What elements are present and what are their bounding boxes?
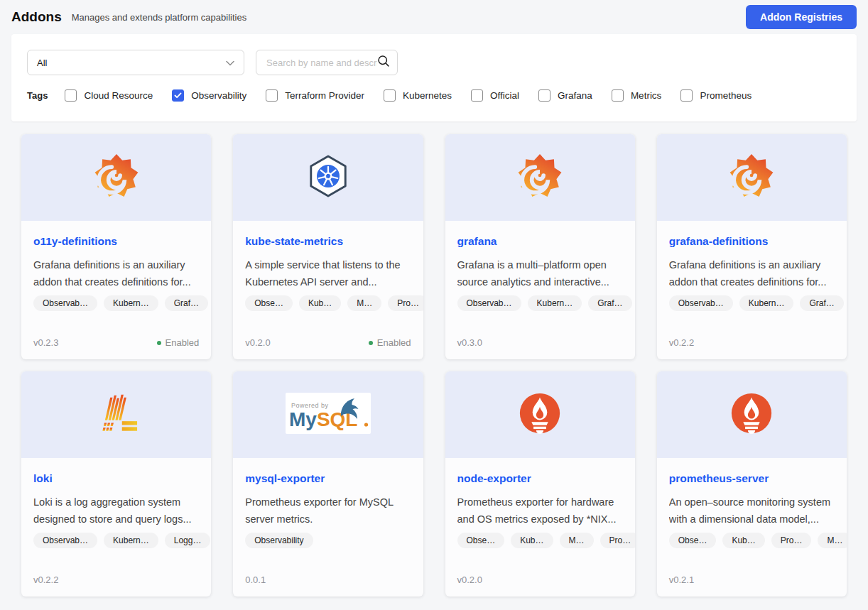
addon-tag-pill: Kubern… <box>104 533 158 548</box>
tags-label: Tags <box>27 90 48 101</box>
prometheus-logo-icon <box>730 392 773 437</box>
addon-card-footer: v0.2.0 <box>457 574 623 585</box>
grafana-logo-icon <box>728 153 775 202</box>
addon-tag-pill: Observab… <box>33 295 97 311</box>
addon-name-link[interactable]: o11y-definitions <box>33 235 199 248</box>
addon-tag-pill: Obse… <box>457 533 505 548</box>
addon-card-hero <box>21 371 211 458</box>
addon-card[interactable]: lokiLoki is a log aggregation system des… <box>21 371 211 597</box>
addon-card-footer: v0.2.0Enabled <box>245 337 411 348</box>
addon-tags: Obse…Kub…Pro…M… <box>669 533 835 548</box>
addon-tag-pill: Pro… <box>600 533 635 548</box>
addon-card-hero <box>21 134 211 221</box>
tag-filter-label: Prometheus <box>700 90 752 101</box>
addon-tag-pill: Graf… <box>800 295 843 311</box>
search-icon[interactable] <box>377 55 390 70</box>
addon-tag-pill: Observab… <box>33 533 97 548</box>
addon-card[interactable]: prometheus-serverAn open–source monitori… <box>657 371 847 597</box>
tag-filter-official[interactable]: Official <box>471 89 519 102</box>
page-title: Addons <box>11 9 62 25</box>
tag-filter-terraform-provider[interactable]: Terraform Provider <box>266 89 364 102</box>
addon-tag-pill: Kubern… <box>739 295 794 311</box>
search-input[interactable] <box>266 58 377 68</box>
category-dropdown[interactable]: All <box>27 50 244 75</box>
checkbox-checked-icon[interactable] <box>172 89 184 102</box>
enabled-dot-icon <box>157 341 161 345</box>
tag-filter-grafana[interactable]: Grafana <box>538 89 592 102</box>
addon-description: An open–source monitoring system with a … <box>669 494 835 528</box>
prometheus-logo-icon <box>519 392 561 437</box>
addon-name-link[interactable]: mysql-exporter <box>245 472 411 485</box>
addon-description: Grafana definitions is an auxiliary addo… <box>669 256 835 290</box>
page-subtitle: Manages and extends platform capabilitie… <box>72 12 246 23</box>
addon-tag-pill: Observab… <box>457 295 521 311</box>
addon-card[interactable]: kube-state-metricsA simple service that … <box>233 134 423 359</box>
addon-grid: o11y-definitionsGrafana definitions is a… <box>21 134 847 597</box>
filter-panel: All Tags Cloud ResourceObservabilityTerr… <box>11 34 857 121</box>
kubernetes-logo-icon <box>306 154 350 201</box>
addon-version: v0.2.2 <box>669 337 694 348</box>
addon-name-link[interactable]: grafana-definitions <box>669 235 835 248</box>
tag-filter-label: Cloud Resource <box>84 90 153 101</box>
checkbox-unchecked-icon[interactable] <box>680 89 693 102</box>
category-dropdown-value: All <box>37 58 47 68</box>
search-box <box>256 50 398 75</box>
tag-filter-label: Terraform Provider <box>285 90 364 101</box>
addon-card[interactable]: grafana-definitionsGrafana definitions i… <box>657 134 847 359</box>
addon-card[interactable]: o11y-definitionsGrafana definitions is a… <box>21 134 211 359</box>
addon-name-link[interactable]: kube-state-metrics <box>245 235 411 248</box>
addon-card[interactable]: node-exporterPrometheus exporter for har… <box>445 371 635 597</box>
addon-card-footer: v0.3.0 <box>457 337 623 348</box>
addon-card-footer: v0.2.2 <box>33 574 199 585</box>
addon-card-hero <box>445 371 635 458</box>
tag-filter-cloud-resource[interactable]: Cloud Resource <box>65 89 153 102</box>
tag-filter-observability[interactable]: Observability <box>172 89 246 102</box>
checkbox-unchecked-icon[interactable] <box>538 89 550 102</box>
addon-description: Loki is a log aggregation system designe… <box>33 494 199 528</box>
grafana-logo-icon <box>93 153 140 202</box>
addon-card[interactable]: Powered by MySQL mysql-exporterPrometheu… <box>233 371 423 597</box>
tags-filter-row: Tags Cloud ResourceObservabilityTerrafor… <box>27 89 841 102</box>
addon-tag-pill: M… <box>560 533 594 548</box>
enabled-dot-icon <box>369 341 373 345</box>
addon-card[interactable]: grafanaGrafana is a multi–platform open … <box>445 134 635 359</box>
addon-tag-pill: Pro… <box>388 295 423 311</box>
addon-description: Grafana is a multi–platform open source … <box>457 256 623 290</box>
addon-version: v0.2.1 <box>669 574 694 585</box>
tag-filter-prometheus[interactable]: Prometheus <box>680 89 752 102</box>
addon-name-link[interactable]: prometheus-server <box>669 472 835 485</box>
addon-registries-button[interactable]: Addon Registries <box>746 5 857 29</box>
addon-tags: Observability <box>245 533 411 548</box>
addon-tag-pill: M… <box>347 295 381 311</box>
tag-filter-label: Kubernetes <box>403 90 452 101</box>
tag-filter-kubernetes[interactable]: Kubernetes <box>384 89 452 102</box>
addon-card-footer: v0.2.1 <box>669 574 835 585</box>
checkbox-unchecked-icon[interactable] <box>471 89 483 102</box>
addon-card-hero <box>657 371 847 458</box>
addon-tag-pill: Logg… <box>165 533 211 548</box>
loki-logo-icon <box>94 391 139 438</box>
status-label: Enabled <box>166 337 200 348</box>
addon-name-link[interactable]: node-exporter <box>457 472 623 485</box>
addon-name-link[interactable]: loki <box>33 472 199 485</box>
checkbox-unchecked-icon[interactable] <box>612 89 624 102</box>
addon-version: v0.2.0 <box>457 574 482 585</box>
status-label: Enabled <box>377 337 411 348</box>
addon-tag-pill: Kub… <box>299 295 341 311</box>
addon-tag-pill: Kubern… <box>104 295 158 311</box>
addon-description: A simple service that listens to the Kub… <box>245 256 411 290</box>
checkbox-unchecked-icon[interactable] <box>65 89 77 102</box>
tag-filter-label: Metrics <box>631 90 662 101</box>
tag-filter-label: Observability <box>191 90 246 101</box>
addon-tag-pill: Kubern… <box>528 295 582 311</box>
page-header: Addons Manages and extends platform capa… <box>0 0 868 34</box>
addon-tag-pill: Kub… <box>722 533 764 548</box>
tag-filter-metrics[interactable]: Metrics <box>612 89 662 102</box>
addon-card-hero: Powered by MySQL <box>233 371 423 458</box>
addon-name-link[interactable]: grafana <box>457 235 623 248</box>
addon-version: v0.2.3 <box>33 337 58 348</box>
addon-tag-pill: Observab… <box>669 295 733 311</box>
checkbox-unchecked-icon[interactable] <box>266 89 278 102</box>
tag-filter-label: Official <box>490 90 519 101</box>
checkbox-unchecked-icon[interactable] <box>384 89 396 102</box>
